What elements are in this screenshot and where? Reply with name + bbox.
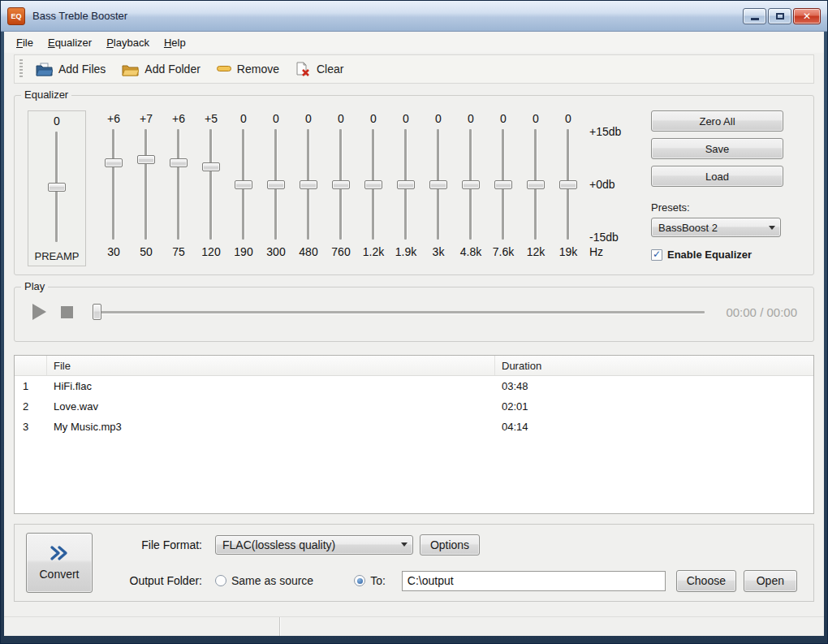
slider-track	[144, 129, 147, 240]
slider-handle[interactable]	[48, 183, 66, 192]
seek-handle[interactable]	[93, 304, 101, 320]
band-freq-label: 30	[107, 242, 120, 260]
slider-handle[interactable]	[527, 180, 545, 189]
play-group-label: Play	[21, 280, 48, 292]
eq-band-slider[interactable]	[422, 127, 455, 242]
menu-item-help[interactable]: Help	[157, 33, 193, 52]
menu-item-playback[interactable]: Playback	[99, 33, 157, 52]
eq-band-slider[interactable]	[325, 127, 357, 242]
maximize-button[interactable]	[768, 8, 791, 24]
preamp-slider[interactable]	[41, 129, 73, 244]
slider-handle[interactable]	[429, 180, 447, 189]
eq-band-slider[interactable]	[552, 127, 584, 242]
slider-handle[interactable]	[559, 180, 577, 189]
enable-equalizer-checkbox[interactable]	[651, 249, 662, 261]
slider-handle[interactable]	[397, 180, 415, 189]
slider-handle[interactable]	[137, 155, 155, 164]
table-row[interactable]: 1HiFi.flac03:48	[15, 376, 813, 396]
band-freq-label: 50	[140, 242, 153, 260]
slider-handle[interactable]	[494, 180, 512, 189]
play-button[interactable]	[32, 304, 46, 320]
eq-band-19k: 019k	[552, 110, 584, 266]
slider-track	[209, 129, 212, 240]
zero-all-button[interactable]: Zero All	[651, 110, 783, 132]
column-header-file[interactable]: File	[47, 356, 495, 375]
close-button[interactable]: ✕	[793, 8, 821, 24]
column-header-duration[interactable]: Duration	[495, 356, 813, 375]
minimize-button[interactable]	[743, 8, 766, 24]
slider-handle[interactable]	[170, 158, 188, 167]
eq-band-slider[interactable]	[97, 127, 130, 242]
slider-handle[interactable]	[202, 162, 220, 171]
cell-file: Love.wav	[47, 396, 495, 417]
radio-to[interactable]	[354, 575, 365, 586]
slider-handle[interactable]	[105, 158, 123, 167]
eq-band-50: +750	[130, 110, 162, 266]
eq-band-slider[interactable]	[162, 127, 195, 242]
app-window: EQ Bass Treble Booster ✕ FileEqualizerPl…	[0, 0, 828, 644]
slider-handle[interactable]	[462, 180, 480, 189]
titlebar[interactable]: EQ Bass Treble Booster ✕	[1, 1, 827, 32]
menu-item-file[interactable]: File	[9, 33, 41, 52]
slider-handle[interactable]	[332, 180, 350, 189]
eq-band-slider[interactable]	[292, 127, 325, 242]
eq-band-300: 0300	[260, 110, 292, 266]
presets-dropdown[interactable]: BassBoost 2	[651, 218, 781, 237]
eq-band-4.8k: 04.8k	[455, 110, 487, 266]
toolbar-grip[interactable]	[19, 59, 23, 79]
convert-button[interactable]: Convert	[26, 533, 93, 593]
menu-item-equalizer[interactable]: Equalizer	[41, 33, 99, 52]
seek-slider[interactable]	[93, 304, 705, 320]
add-folder-button[interactable]: Add Folder	[114, 58, 208, 80]
convert-button-label: Convert	[39, 568, 79, 581]
slider-handle[interactable]	[300, 180, 317, 189]
eq-band-slider[interactable]	[195, 127, 227, 242]
choose-button[interactable]: Choose	[676, 570, 736, 592]
table-row[interactable]: 3My Music.mp304:14	[15, 417, 813, 437]
load-button[interactable]: Load	[651, 166, 783, 187]
band-value: +6	[172, 110, 185, 127]
remove-button[interactable]: Remove	[209, 58, 287, 80]
file-format-dropdown[interactable]: FLAC(lossless quality)	[215, 535, 413, 555]
scale-area: +15db +0db -15db	[589, 127, 632, 242]
slider-handle[interactable]	[267, 180, 285, 189]
band-freq-label: 760	[331, 242, 350, 260]
to-option[interactable]: To:	[354, 574, 386, 587]
open-button[interactable]: Open	[744, 570, 797, 592]
eq-band-slider[interactable]	[520, 127, 552, 242]
add-files-button[interactable]: Add Files	[28, 58, 114, 80]
eq-band-480: 0480	[292, 110, 325, 266]
cell-file: My Music.mp3	[47, 417, 495, 437]
save-button[interactable]: Save	[651, 138, 783, 159]
clear-button[interactable]: Clear	[287, 58, 351, 81]
file-format-selected-value: FLAC(lossless quality)	[222, 538, 335, 551]
app-icon: EQ	[7, 7, 25, 25]
file-list-header[interactable]: File Duration	[15, 356, 813, 376]
file-list[interactable]: File Duration 1HiFi.flac03:482Love.wav02…	[14, 355, 814, 514]
eq-band-slider[interactable]	[390, 127, 422, 242]
table-row[interactable]: 2Love.wav02:01	[15, 396, 813, 417]
window-controls: ✕	[743, 8, 821, 24]
window-title: Bass Treble Booster	[32, 10, 127, 22]
options-button[interactable]: Options	[420, 534, 480, 555]
slider-handle[interactable]	[364, 180, 382, 189]
band-value: 0	[500, 110, 507, 127]
eq-band-slider[interactable]	[260, 127, 292, 242]
eq-band-slider[interactable]	[227, 127, 260, 242]
column-header-index[interactable]	[15, 356, 47, 375]
eq-band-slider[interactable]	[487, 127, 520, 242]
radio-same-as-source[interactable]	[215, 575, 226, 586]
toolbar: Add Files Add Folder Remove	[14, 54, 814, 84]
eq-band-slider[interactable]	[357, 127, 390, 242]
band-freq-label: 12k	[527, 242, 546, 260]
enable-equalizer-row[interactable]: Enable Equalizer	[651, 249, 789, 261]
slider-handle[interactable]	[235, 180, 252, 189]
stop-button[interactable]	[61, 306, 73, 318]
preamp-label: PREAMP	[35, 244, 80, 262]
same-as-source-option[interactable]: Same as source	[215, 574, 313, 587]
output-path-input[interactable]	[402, 571, 666, 591]
to-label: To:	[370, 574, 386, 587]
eq-band-slider[interactable]	[130, 127, 162, 242]
band-value: 0	[533, 110, 539, 127]
eq-band-slider[interactable]	[455, 127, 487, 242]
